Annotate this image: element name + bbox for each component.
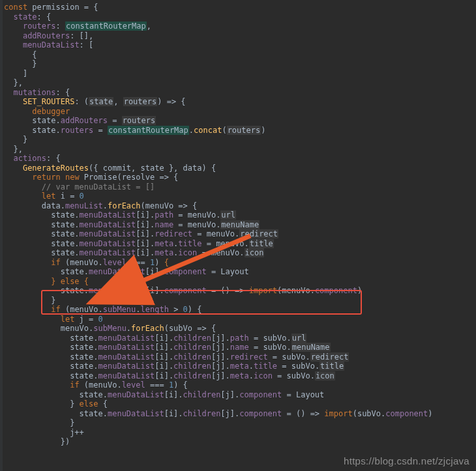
code-line: GenerateRoutes({ commit, state }, data) …: [4, 164, 476, 173]
code-area: const permission = { state: { routers: c…: [4, 3, 476, 447]
gutter: [0, 0, 3, 471]
code-line: }: [4, 296, 476, 306]
code-line: state.menuDataList[i].children[j].meta.i…: [4, 371, 476, 381]
code-line: j++: [4, 428, 476, 438]
code-line: state.routers = constantRouterMap.concat…: [4, 126, 476, 136]
code-line: state.menuDataList[i].component = () => …: [4, 286, 476, 296]
code-line: mutations: {: [4, 88, 476, 98]
code-line: state.menuDataList[i].path = menuVo.url: [4, 210, 476, 220]
code-line: state.addRouters = routers: [4, 116, 476, 126]
code-line: return new Promise(resolve => {: [4, 173, 476, 182]
code-line: if (menuVo.subMenu.length > 0) {: [4, 305, 476, 315]
code-line: } else {: [4, 277, 476, 287]
code-line: routers: constantRouterMap,: [4, 21, 476, 31]
code-line: // var menuDataList = []: [4, 182, 476, 192]
code-line: state.menuDataList[i].children[j].meta.t…: [4, 362, 476, 371]
code-line: menuVo.subMenu.forEach(subVo => {: [4, 324, 476, 334]
code-line: }: [4, 418, 476, 428]
code-line: state.menuDataList[i].children[j].compon…: [4, 390, 476, 400]
code-line: state.menuDataList[i].children[j].compon…: [4, 409, 476, 419]
code-line: state.menuDataList[i].meta.title = menuV…: [4, 239, 476, 249]
code-line: } else {: [4, 399, 476, 409]
code-line: state.menuDataList[i].name = menuVo.menu…: [4, 220, 476, 230]
code-line: }): [4, 437, 476, 447]
code-line: menuDataList: [: [4, 40, 476, 50]
code-line: state.menuDataList[i].redirect = menuVo.…: [4, 229, 476, 239]
code-line: let i = 0: [4, 192, 476, 201]
code-line: state: {: [4, 12, 476, 22]
code-line: const permission = {: [4, 3, 476, 12]
code-line: state.menuDataList[i].children[j].name =…: [4, 343, 476, 352]
code-line: state.menuDataList[i].meta.icon = menuVo…: [4, 248, 476, 258]
code-line: addRouters: [],: [4, 31, 476, 41]
code-line: },: [4, 78, 476, 88]
code-line: }: [4, 59, 476, 69]
code-line: if (menuVo.level === 1) {: [4, 258, 476, 268]
code-line: state.menuDataList[i].children[j].redire…: [4, 352, 476, 362]
code-line: SET_ROUTERS: (state, routers) => {: [4, 97, 476, 107]
code-line: state.menuDataList[i].children[j].path =…: [4, 334, 476, 343]
watermark: https://blog.csdn.net/zjcjava: [344, 457, 469, 466]
code-line: },: [4, 145, 476, 154]
code-line: if (menuVo.level === 1) {: [4, 380, 476, 390]
code-editor: const permission = { state: { routers: c…: [0, 0, 476, 471]
code-line: state.menuDataList[i].component = Layout: [4, 267, 476, 277]
code-line: ]: [4, 69, 476, 79]
code-line: actions: {: [4, 154, 476, 164]
code-line: }: [4, 135, 476, 145]
code-line: data.menuList.forEach(menuVo => {: [4, 201, 476, 211]
code-line: {: [4, 50, 476, 60]
code-line: let j = 0: [4, 315, 476, 324]
code-line: debugger: [4, 107, 476, 117]
